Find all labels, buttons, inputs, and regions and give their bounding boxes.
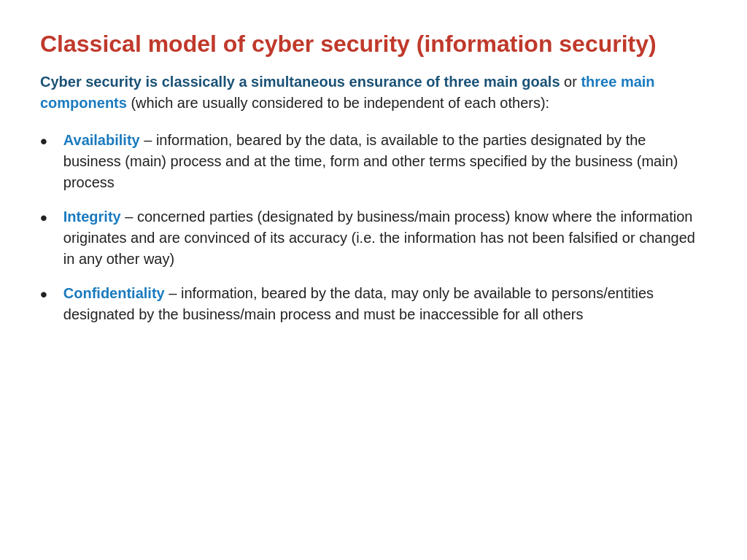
bullet-text-3: Confidentiality – information, beared by…	[63, 283, 707, 325]
bullet-dot-2: •	[40, 203, 47, 232]
slide-title: Classical model of cyber security (infor…	[40, 29, 707, 58]
bullet-dot-1: •	[40, 127, 47, 155]
bullet-text-1: Availability – information, beared by th…	[63, 130, 707, 193]
list-item: • Integrity – concerned parties (designa…	[40, 206, 707, 270]
slide: Classical model of cyber security (infor…	[0, 0, 747, 560]
intro-text-3: (which are usually considered to be inde…	[127, 95, 549, 111]
dash-2: –	[121, 209, 137, 225]
term-confidentiality: Confidentiality	[63, 285, 165, 301]
list-item: • Confidentiality – information, beared …	[40, 283, 707, 325]
dash-3: –	[165, 285, 181, 301]
bullet-list: • Availability – information, beared by …	[40, 130, 707, 338]
intro-highlight-1: Cyber security is classically a simultan…	[40, 74, 560, 90]
bullet-dot-3: •	[40, 280, 47, 308]
intro-paragraph: Cyber security is classically a simultan…	[40, 71, 707, 114]
intro-text-2: or	[560, 74, 581, 90]
desc-1: information, beared by the data, is avai…	[63, 132, 678, 190]
term-availability: Availability	[63, 132, 140, 148]
dash-1: –	[140, 132, 156, 148]
desc-2: concerned parties (designated by busines…	[63, 209, 695, 267]
list-item: • Availability – information, beared by …	[40, 130, 707, 193]
bullet-text-2: Integrity – concerned parties (designate…	[63, 206, 707, 270]
term-integrity: Integrity	[63, 209, 121, 225]
